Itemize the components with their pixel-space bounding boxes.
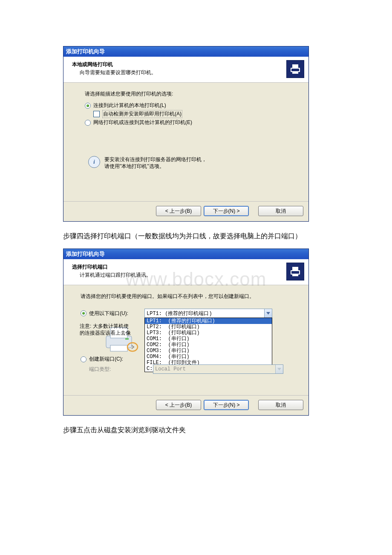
- radio-icon: [85, 120, 91, 126]
- next-button[interactable]: 下一步(N) >: [204, 400, 249, 410]
- info-line-1: 要安装没有连接到打印服务器的网络打印机，: [104, 156, 207, 163]
- info-note: i 要安装没有连接到打印服务器的网络打印机， 请使用"本地打印机"选项。: [88, 156, 296, 170]
- cancel-button[interactable]: 取消: [258, 400, 303, 410]
- printer-icon: [286, 60, 304, 78]
- back-button[interactable]: < 上一步(B): [156, 400, 201, 410]
- note-line-1: 注意: 大多数计算机使: [80, 323, 144, 330]
- svg-rect-1: [292, 64, 298, 69]
- svg-rect-11: [125, 338, 129, 340]
- dropdown-item[interactable]: COM1: (串行口): [145, 336, 272, 342]
- info-line-2: 请使用"本地打印机"选项。: [104, 163, 207, 170]
- header-sub-2: 计算机通过端口跟打印机通讯。: [80, 272, 151, 279]
- port-type-value: Local Port: [155, 366, 186, 372]
- titlebar-2: 添加打印机向导: [63, 249, 308, 259]
- svg-rect-10: [110, 345, 127, 351]
- port-dropdown-list[interactable]: LPT1: (推荐的打印机端口)LPT2: (打印机端口)LPT3: (打印机端…: [144, 318, 272, 372]
- dropdown-item[interactable]: LPT1: (推荐的打印机端口): [145, 318, 272, 324]
- radio-icon: [85, 103, 91, 109]
- radio-local[interactable]: 连接到此计算机的本地打印机(L): [85, 102, 296, 109]
- info-icon: i: [88, 156, 100, 168]
- back-button[interactable]: < 上一步(B): [156, 206, 201, 216]
- chevron-down-icon: [264, 309, 272, 318]
- checkbox-autodetect[interactable]: 自动检测并安装即插即用打印机(A): [93, 110, 296, 118]
- header-1: 本地或网络打印机 向导需要知道要设置哪类打印机。: [63, 57, 308, 83]
- footer-2: < 上一步(B) 下一步(N) > 取消: [63, 395, 308, 415]
- radio-create-port[interactable]: 创建新端口(C):: [81, 356, 144, 363]
- wizard-2: 添加打印机向导 选择打印机端口 计算机通过端口跟打印机通讯。 请选择您的打印机要…: [63, 249, 309, 416]
- dropdown-item[interactable]: COM2: (串行口): [145, 342, 272, 348]
- radio-icon: [81, 356, 86, 362]
- dropdown-item[interactable]: LPT2: (打印机端口): [145, 324, 272, 330]
- svg-rect-7: [291, 271, 299, 274]
- prompt-2: 请选择您的打印机要使用的端口。如果端口不在列表中，您可以创建新端口。: [81, 293, 296, 300]
- dropdown-item[interactable]: LPT3: (打印机端口): [145, 330, 272, 336]
- svg-rect-3: [291, 69, 299, 71]
- titlebar-1: 添加打印机向导: [63, 46, 308, 57]
- dropdown-item[interactable]: COM3: (串行口): [145, 348, 272, 354]
- title-text-2: 添加打印机向导: [66, 250, 105, 258]
- svg-rect-6: [292, 274, 298, 276]
- header-title-1: 本地或网络打印机: [72, 61, 156, 68]
- prompt-1: 请选择能描述您要使用的打印机的选项:: [85, 90, 296, 98]
- port-combo[interactable]: LPT1: (推荐的打印机端口): [144, 309, 272, 318]
- svg-rect-5: [292, 267, 298, 271]
- port-combo-value: LPT1: (推荐的打印机端口): [147, 310, 212, 317]
- radio-icon: [81, 310, 86, 316]
- radio-use-port[interactable]: 使用以下端口(U):: [81, 310, 144, 317]
- caption-step-5: 步骤五点击从磁盘安装浏览到驱动文件夹: [63, 426, 327, 435]
- next-button[interactable]: 下一步(N) >: [204, 206, 249, 216]
- printer-icon: [286, 263, 304, 280]
- dropdown-item[interactable]: COM4: (串行口): [145, 354, 272, 360]
- note-line-2: 的连接器应该看上去像: [80, 330, 144, 337]
- radio-use-label: 使用以下端口(U):: [89, 310, 128, 317]
- footer-1: < 上一步(B) 下一步(N) > 取消: [63, 201, 308, 221]
- radio-network-label: 网络打印机或连接到其他计算机的打印机(E): [93, 119, 192, 126]
- header-2: 选择打印机端口 计算机通过端口跟打印机通讯。: [63, 259, 308, 285]
- wizard-1: 添加打印机向导 本地或网络打印机 向导需要知道要设置哪类打印机。 请选择能描述您…: [63, 46, 309, 222]
- svg-rect-2: [292, 71, 298, 74]
- radio-network[interactable]: 网络打印机或连接到其他计算机的打印机(E): [85, 119, 296, 126]
- port-type-combo: Local Port: [153, 364, 283, 374]
- title-text: 添加打印机向导: [66, 48, 105, 55]
- radio-create-label: 创建新端口(C):: [89, 356, 123, 363]
- radio-local-label: 连接到此计算机的本地打印机(L): [93, 102, 166, 109]
- header-title-2: 选择打印机端口: [72, 263, 151, 271]
- port-type-label: 端口类型:: [81, 366, 153, 373]
- caption-step-4: 步骤四选择打印机端口（一般数据线均为并口线，故要选择电脑上的并口端口）: [63, 232, 327, 241]
- header-sub-1: 向导需要知道要设置哪类打印机。: [80, 69, 156, 76]
- checkbox-label: 自动检测并安装即插即用打印机(A): [102, 110, 182, 118]
- cancel-button[interactable]: 取消: [258, 206, 303, 216]
- checkbox-icon: [93, 111, 100, 117]
- chevron-down-icon: [275, 365, 283, 373]
